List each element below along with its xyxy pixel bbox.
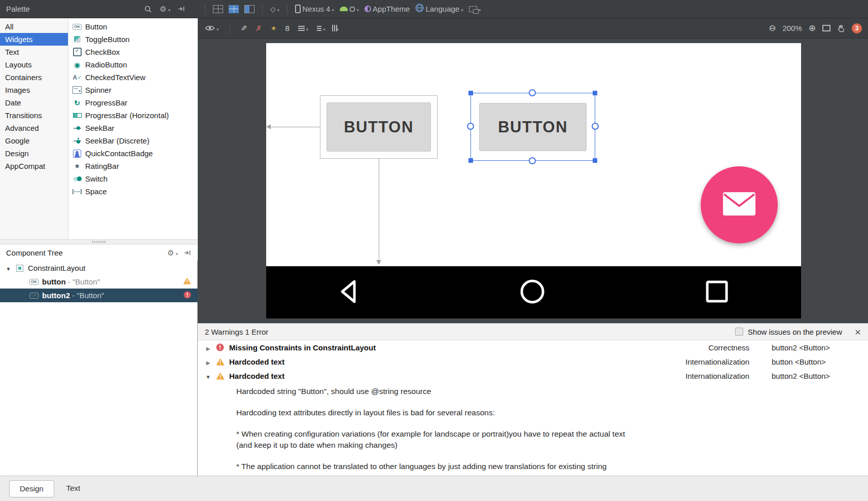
align-icon[interactable] <box>317 24 326 33</box>
expand-collapse-icon[interactable] <box>205 357 211 366</box>
palette-item-checkedtextview[interactable]: CheckedTextView <box>69 71 198 84</box>
fab-widget[interactable] <box>701 166 778 243</box>
palette-category-text[interactable]: Text <box>0 46 68 58</box>
api-level-selector[interactable]: O <box>340 5 359 14</box>
expand-collapse-icon[interactable] <box>205 343 211 352</box>
palette-category-images[interactable]: Images <box>0 84 68 96</box>
pack-distribute-icon[interactable] <box>334 24 339 33</box>
device-selector[interactable]: Nexus 4 <box>295 5 334 14</box>
palette-item-space[interactable]: Space <box>69 185 198 198</box>
expand-collapse-icon[interactable] <box>5 264 12 272</box>
resize-handle-top-right[interactable] <box>593 91 597 95</box>
component-tree-settings-gear-icon[interactable] <box>167 248 178 257</box>
tree-node-constraintlayout[interactable]: ConstraintLayout <box>0 261 198 275</box>
language-selector[interactable]: Language <box>415 4 463 14</box>
default-margins-icon[interactable] <box>298 24 309 33</box>
design-surface[interactable]: BUTTON BUTTON <box>198 39 868 323</box>
palette-category-transitions[interactable]: Transitions <box>0 109 68 122</box>
palette-category-layouts[interactable]: Layouts <box>0 58 68 71</box>
search-icon[interactable] <box>144 5 152 13</box>
palette-category-google[interactable]: Google <box>0 134 68 147</box>
issue-row-hardcoded-text-2[interactable]: Hardcoded text Internationalization butt… <box>198 369 868 383</box>
view-options-eye-icon[interactable] <box>205 24 219 33</box>
tab-text[interactable]: Text <box>56 480 91 497</box>
issues-panel-header: 2 Warnings 1 Error Show issues on the pr… <box>198 324 868 340</box>
checkbox-widget-icon <box>73 48 82 56</box>
layout-variant-icon <box>469 6 477 12</box>
issue-row-missing-constraints[interactable]: Missing Constraints in ConstraintLayout … <box>198 340 868 354</box>
show-issues-checkbox[interactable] <box>735 328 743 336</box>
switch-widget-icon <box>73 174 82 183</box>
palette-category-containers[interactable]: Containers <box>0 71 68 84</box>
constraint-anchor-top[interactable] <box>529 89 536 96</box>
palette-item-seekbar[interactable]: SeekBar <box>69 122 198 134</box>
android-studio-layout-editor: Palette Nexus 4 <box>0 0 868 501</box>
button2-selection-box[interactable]: BUTTON <box>471 93 595 161</box>
infer-constraints-wand-icon[interactable] <box>271 24 277 33</box>
blueprint-mode-icon[interactable] <box>229 5 239 13</box>
progressbar-horizontal-widget-icon <box>73 111 82 120</box>
palette-item-radiobutton[interactable]: RadioButton <box>69 58 198 71</box>
palette-item-quickcontactbadge[interactable]: QuickContactBadge <box>69 147 198 160</box>
palette-category-advanced[interactable]: Advanced <box>0 122 68 134</box>
warning-icon <box>215 358 225 366</box>
button1-widget[interactable]: BUTTON <box>327 102 431 152</box>
hide-component-tree-icon[interactable] <box>184 249 191 256</box>
issue-count-badge[interactable]: 3 <box>852 23 862 33</box>
palette-item-ratingbar[interactable]: RatingBar <box>69 160 198 172</box>
palette-item-switch[interactable]: Switch <box>69 172 198 185</box>
palette-item-label: CheckedTextView <box>85 73 146 82</box>
expand-collapse-icon[interactable] <box>205 372 211 380</box>
constraint-anchor-right[interactable] <box>592 123 599 130</box>
issue-row-hardcoded-text-1[interactable]: Hardcoded text Internationalization butt… <box>198 354 868 369</box>
recents-icon <box>704 278 730 307</box>
hide-palette-icon[interactable] <box>178 6 185 12</box>
device-name: Nexus 4 <box>302 5 330 13</box>
palette-item-label: Space <box>85 187 107 196</box>
constraint-arrow-down <box>379 159 379 260</box>
palette-category-all[interactable]: All <box>0 20 68 33</box>
resize-handle-bottom-right[interactable] <box>593 158 597 163</box>
resize-handle-top-left[interactable] <box>468 91 473 95</box>
tree-node-button[interactable]: button - "Button" <box>0 275 198 289</box>
design-mode-icon[interactable] <box>213 5 223 13</box>
close-icon[interactable] <box>855 327 861 337</box>
both-mode-icon[interactable] <box>244 5 255 13</box>
palette-item-checkbox[interactable]: CheckBox <box>69 46 198 58</box>
orientation-icon[interactable] <box>270 5 279 14</box>
constraint-anchor-bottom[interactable] <box>529 157 536 164</box>
clear-constraints-icon[interactable] <box>256 24 262 33</box>
palette-item-progressbar[interactable]: ProgressBar <box>69 96 198 109</box>
button2-widget[interactable]: BUTTON <box>479 103 587 151</box>
palette-item-progressbar-horizontal[interactable]: ProgressBar (Horizontal) <box>69 109 198 122</box>
palette-category-widgets[interactable]: Widgets <box>0 33 68 46</box>
palette-category-appcompat[interactable]: AppCompat <box>0 160 68 172</box>
error-icon <box>184 291 191 300</box>
constraint-anchor-left[interactable] <box>467 123 474 130</box>
tree-node-id: button2 <box>42 291 70 300</box>
button1-bounds[interactable]: BUTTON <box>320 95 438 159</box>
panel-splitter[interactable] <box>0 239 198 244</box>
resize-handle-bottom-left[interactable] <box>468 158 473 163</box>
zoom-in-button[interactable] <box>809 23 816 33</box>
palette-category-date[interactable]: Date <box>0 96 68 109</box>
tab-design[interactable]: Design <box>9 480 54 497</box>
tree-node-text: - "Button" <box>70 291 104 300</box>
palette-item-label: Button <box>85 22 107 31</box>
palette-item-seekbar-discrete[interactable]: SeekBar (Discrete) <box>69 134 198 147</box>
component-tree-title: Component Tree <box>6 248 63 257</box>
layout-variant-selector[interactable] <box>469 5 481 14</box>
theme-selector[interactable]: AppTheme <box>365 5 410 13</box>
palette-category-design[interactable]: Design <box>0 147 68 160</box>
pan-hand-icon[interactable] <box>837 24 845 32</box>
palette-item-button[interactable]: Button <box>69 20 198 33</box>
palette-item-togglebutton[interactable]: ToggleButton <box>69 33 198 46</box>
zoom-to-fit-icon[interactable] <box>822 25 830 31</box>
default-margin-value[interactable]: 8 <box>285 24 289 32</box>
autoconnect-brush-icon[interactable] <box>241 24 247 33</box>
zoom-out-button[interactable] <box>769 23 776 33</box>
palette-settings-gear-icon[interactable] <box>160 5 170 14</box>
issue-component: button2 <Button> <box>772 372 857 380</box>
palette-item-spinner[interactable]: Spinner <box>69 84 198 96</box>
tree-node-button2[interactable]: button2 - "Button" <box>0 289 198 302</box>
